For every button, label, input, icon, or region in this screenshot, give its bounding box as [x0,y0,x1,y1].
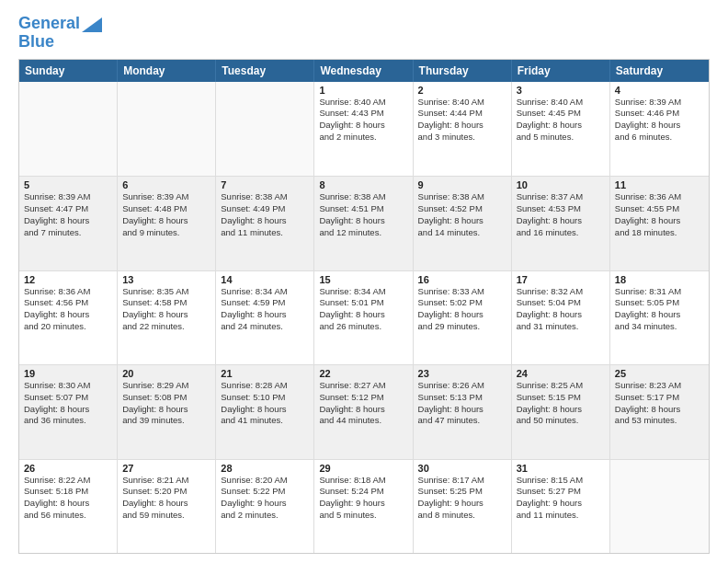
logo: General Blue [18,15,102,52]
day-cell-22: 22Sunrise: 8:27 AM Sunset: 5:12 PM Dayli… [314,365,413,458]
logo-general: General [18,14,80,32]
day-info: Sunrise: 8:15 AM Sunset: 5:27 PM Dayligh… [517,475,605,522]
day-cell-21: 21Sunrise: 8:28 AM Sunset: 5:10 PM Dayli… [216,365,314,458]
calendar-header: SundayMondayTuesdayWednesdayThursdayFrid… [19,60,709,82]
empty-cell [19,82,118,176]
day-info: Sunrise: 8:17 AM Sunset: 5:25 PM Dayligh… [418,475,506,522]
day-info: Sunrise: 8:38 AM Sunset: 4:51 PM Dayligh… [319,191,407,238]
day-cell-25: 25Sunrise: 8:23 AM Sunset: 5:17 PM Dayli… [610,365,709,458]
logo-icon [82,17,102,32]
day-number: 22 [319,368,407,379]
day-info: Sunrise: 8:21 AM Sunset: 5:20 PM Dayligh… [122,475,210,522]
logo-text: General [18,15,80,33]
day-info: Sunrise: 8:30 AM Sunset: 5:07 PM Dayligh… [24,380,112,427]
day-cell-31: 31Sunrise: 8:15 AM Sunset: 5:27 PM Dayli… [512,460,610,553]
day-info: Sunrise: 8:22 AM Sunset: 5:18 PM Dayligh… [24,475,112,522]
day-number: 20 [122,368,210,379]
day-cell-19: 19Sunrise: 8:30 AM Sunset: 5:07 PM Dayli… [19,365,118,458]
day-cell-20: 20Sunrise: 8:29 AM Sunset: 5:08 PM Dayli… [118,365,216,458]
day-info: Sunrise: 8:34 AM Sunset: 4:59 PM Dayligh… [221,286,309,333]
week-row-3: 12Sunrise: 8:36 AM Sunset: 4:56 PM Dayli… [19,270,709,364]
day-number: 19 [24,368,112,379]
day-info: Sunrise: 8:36 AM Sunset: 4:56 PM Dayligh… [24,286,112,333]
day-cell-28: 28Sunrise: 8:20 AM Sunset: 5:22 PM Dayli… [216,460,314,553]
day-number: 12 [24,274,112,285]
day-number: 3 [517,85,605,96]
day-info: Sunrise: 8:29 AM Sunset: 5:08 PM Dayligh… [122,380,210,427]
day-info: Sunrise: 8:32 AM Sunset: 5:04 PM Dayligh… [517,286,605,333]
day-info: Sunrise: 8:27 AM Sunset: 5:12 PM Dayligh… [319,380,407,427]
day-number: 21 [221,368,309,379]
header-day-monday: Monday [118,60,216,82]
day-number: 2 [418,85,506,96]
day-number: 13 [122,274,210,285]
day-number: 4 [615,85,704,96]
day-cell-10: 10Sunrise: 8:37 AM Sunset: 4:53 PM Dayli… [512,177,610,270]
day-cell-9: 9Sunrise: 8:38 AM Sunset: 4:52 PM Daylig… [414,177,512,270]
empty-cell [610,460,709,553]
day-info: Sunrise: 8:34 AM Sunset: 5:01 PM Dayligh… [319,286,407,333]
day-number: 29 [319,463,407,474]
day-cell-23: 23Sunrise: 8:26 AM Sunset: 5:13 PM Dayli… [414,365,512,458]
day-cell-17: 17Sunrise: 8:32 AM Sunset: 5:04 PM Dayli… [512,271,610,364]
day-info: Sunrise: 8:23 AM Sunset: 5:17 PM Dayligh… [615,380,704,427]
day-cell-7: 7Sunrise: 8:38 AM Sunset: 4:49 PM Daylig… [216,177,314,270]
day-info: Sunrise: 8:40 AM Sunset: 4:44 PM Dayligh… [418,97,506,144]
day-info: Sunrise: 8:39 AM Sunset: 4:46 PM Dayligh… [615,97,704,144]
day-cell-15: 15Sunrise: 8:34 AM Sunset: 5:01 PM Dayli… [314,271,413,364]
day-number: 23 [418,368,506,379]
day-number: 9 [418,179,506,190]
day-number: 28 [221,463,309,474]
day-number: 8 [319,179,407,190]
day-info: Sunrise: 8:40 AM Sunset: 4:43 PM Dayligh… [319,97,407,144]
day-info: Sunrise: 8:38 AM Sunset: 4:52 PM Dayligh… [418,191,506,238]
day-number: 17 [517,274,605,285]
empty-cell [118,82,216,176]
day-number: 16 [418,274,506,285]
day-number: 10 [517,179,605,190]
day-info: Sunrise: 8:28 AM Sunset: 5:10 PM Dayligh… [221,380,309,427]
day-cell-29: 29Sunrise: 8:18 AM Sunset: 5:24 PM Dayli… [314,460,413,553]
day-cell-1: 1Sunrise: 8:40 AM Sunset: 4:43 PM Daylig… [314,82,413,176]
day-info: Sunrise: 8:20 AM Sunset: 5:22 PM Dayligh… [221,475,309,522]
day-cell-18: 18Sunrise: 8:31 AM Sunset: 5:05 PM Dayli… [610,271,709,364]
day-info: Sunrise: 8:25 AM Sunset: 5:15 PM Dayligh… [517,380,605,427]
header-day-wednesday: Wednesday [314,60,413,82]
day-info: Sunrise: 8:36 AM Sunset: 4:55 PM Dayligh… [615,191,704,238]
day-number: 31 [517,463,605,474]
day-cell-4: 4Sunrise: 8:39 AM Sunset: 4:46 PM Daylig… [610,82,709,176]
svg-marker-0 [82,17,102,32]
day-info: Sunrise: 8:35 AM Sunset: 4:58 PM Dayligh… [122,286,210,333]
day-cell-27: 27Sunrise: 8:21 AM Sunset: 5:20 PM Dayli… [118,460,216,553]
day-cell-26: 26Sunrise: 8:22 AM Sunset: 5:18 PM Dayli… [19,460,118,553]
day-info: Sunrise: 8:33 AM Sunset: 5:02 PM Dayligh… [418,286,506,333]
day-number: 7 [221,179,309,190]
day-number: 1 [319,85,407,96]
day-number: 15 [319,274,407,285]
day-info: Sunrise: 8:31 AM Sunset: 5:05 PM Dayligh… [615,286,704,333]
day-cell-8: 8Sunrise: 8:38 AM Sunset: 4:51 PM Daylig… [314,177,413,270]
day-cell-6: 6Sunrise: 8:39 AM Sunset: 4:48 PM Daylig… [118,177,216,270]
week-row-2: 5Sunrise: 8:39 AM Sunset: 4:47 PM Daylig… [19,176,709,270]
calendar-body: 1Sunrise: 8:40 AM Sunset: 4:43 PM Daylig… [19,82,709,553]
header-day-thursday: Thursday [414,60,512,82]
day-cell-12: 12Sunrise: 8:36 AM Sunset: 4:56 PM Dayli… [19,271,118,364]
day-info: Sunrise: 8:26 AM Sunset: 5:13 PM Dayligh… [418,380,506,427]
day-number: 5 [24,179,112,190]
week-row-5: 26Sunrise: 8:22 AM Sunset: 5:18 PM Dayli… [19,459,709,553]
day-number: 6 [122,179,210,190]
day-number: 18 [615,274,704,285]
day-number: 26 [24,463,112,474]
day-number: 14 [221,274,309,285]
day-info: Sunrise: 8:38 AM Sunset: 4:49 PM Dayligh… [221,191,309,238]
day-cell-2: 2Sunrise: 8:40 AM Sunset: 4:44 PM Daylig… [414,82,512,176]
day-cell-13: 13Sunrise: 8:35 AM Sunset: 4:58 PM Dayli… [118,271,216,364]
day-number: 24 [517,368,605,379]
day-info: Sunrise: 8:18 AM Sunset: 5:24 PM Dayligh… [319,475,407,522]
day-info: Sunrise: 8:37 AM Sunset: 4:53 PM Dayligh… [517,191,605,238]
day-info: Sunrise: 8:39 AM Sunset: 4:48 PM Dayligh… [122,191,210,238]
day-cell-16: 16Sunrise: 8:33 AM Sunset: 5:02 PM Dayli… [414,271,512,364]
page: General Blue SundayMondayTuesdayWednesda… [0,0,728,563]
day-cell-11: 11Sunrise: 8:36 AM Sunset: 4:55 PM Dayli… [610,177,709,270]
day-cell-30: 30Sunrise: 8:17 AM Sunset: 5:25 PM Dayli… [414,460,512,553]
